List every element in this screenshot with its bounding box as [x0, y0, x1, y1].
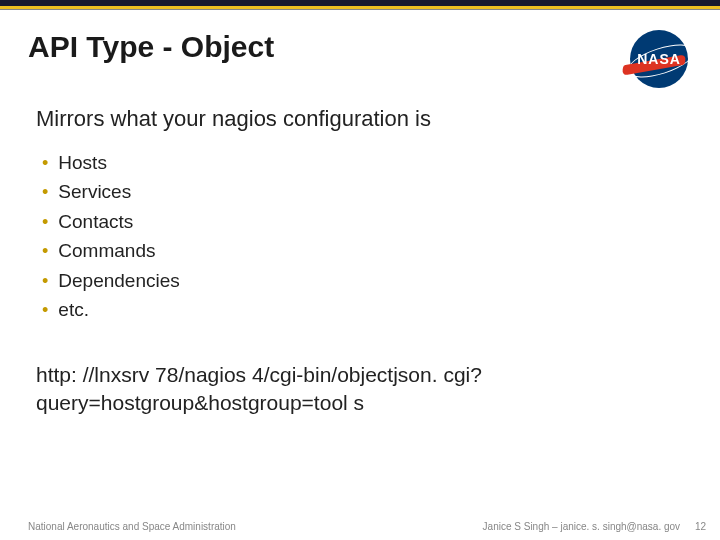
footer-author: Janice S Singh – janice. s. singh@nasa. …: [483, 521, 706, 532]
bullet-icon: •: [42, 154, 48, 172]
list-item-label: Dependencies: [58, 266, 179, 295]
list-item-label: Commands: [58, 236, 155, 265]
footer-org: National Aeronautics and Space Administr…: [28, 521, 236, 532]
footer: National Aeronautics and Space Administr…: [0, 521, 720, 532]
bullet-icon: •: [42, 301, 48, 319]
bullet-list: •Hosts •Services •Contacts •Commands •De…: [36, 148, 684, 325]
subtitle: Mirrors what your nagios configuration i…: [36, 106, 684, 132]
content-area: Mirrors what your nagios configuration i…: [0, 88, 720, 417]
example-url: http: //lnxsrv 78/nagios 4/cgi-bin/objec…: [36, 361, 684, 418]
list-item: •Services: [42, 177, 684, 206]
nasa-logo: NASA: [622, 30, 692, 88]
list-item: •Hosts: [42, 148, 684, 177]
footer-author-text: Janice S Singh – janice. s. singh@nasa. …: [483, 521, 681, 532]
bullet-icon: •: [42, 183, 48, 201]
bullet-icon: •: [42, 242, 48, 260]
bullet-icon: •: [42, 213, 48, 231]
list-item-label: Hosts: [58, 148, 107, 177]
list-item: •Dependencies: [42, 266, 684, 295]
nasa-logo-text: NASA: [637, 51, 681, 67]
list-item: •Commands: [42, 236, 684, 265]
page-number: 12: [695, 521, 706, 532]
page-title: API Type - Object: [28, 30, 274, 64]
list-item-label: etc.: [58, 295, 89, 324]
top-accent-bar: [0, 0, 720, 10]
nasa-logo-circle: NASA: [630, 30, 688, 88]
bullet-icon: •: [42, 272, 48, 290]
list-item: •etc.: [42, 295, 684, 324]
list-item: •Contacts: [42, 207, 684, 236]
list-item-label: Services: [58, 177, 131, 206]
header: API Type - Object NASA: [0, 10, 720, 88]
list-item-label: Contacts: [58, 207, 133, 236]
